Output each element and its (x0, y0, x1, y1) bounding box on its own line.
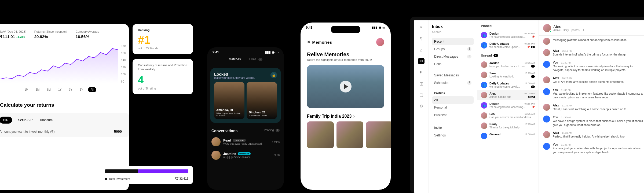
nav-groups[interactable]: Groups 1 (432, 45, 474, 53)
tab-likes[interactable]: Likes 4 (249, 57, 262, 63)
conv-name: Jordan (489, 61, 499, 65)
home-icon[interactable]: ⌂ (418, 47, 425, 53)
conversation-item[interactable]: Jordan10:25 AM have you had a chance to … (477, 60, 539, 70)
projects-icon[interactable]: PI (418, 69, 425, 76)
lock-icon[interactable]: 🔒 (270, 72, 277, 78)
legend-dot (105, 178, 107, 180)
archive-icon[interactable]: ▢ (418, 92, 425, 98)
section-title[interactable]: Family Trip India 2023 › (301, 108, 391, 121)
profile-card[interactable]: Amanda, 20 What is your favorite time of… (214, 82, 244, 119)
range-1y[interactable]: 1Y (56, 87, 64, 92)
conv-name: Jasmine (223, 152, 236, 156)
profile-name: Binghan, 21 (249, 111, 275, 114)
calculate-heading: Calculate your returns (0, 102, 129, 113)
profile-meta: Mountain or Ocean (249, 114, 275, 117)
consistency-value: 4 (138, 74, 188, 86)
top-tabs: Matches Likes 4 (207, 56, 284, 66)
invest-value[interactable]: 5000 (114, 129, 122, 133)
chat-panel: Alex Active · Daily Updates, +1 messagin… (539, 20, 644, 193)
status-pill: Your Turn (233, 139, 246, 142)
wifi-icon: ◉ (379, 26, 381, 29)
msg-text: Sounds interesting! What's the primary f… (553, 53, 643, 57)
conversation-item[interactable]: 👥 Daily Updates07:15 PM we need to come … (477, 40, 539, 50)
conversation-item[interactable]: Leo10:25 AM Can you confirm the email ad… (477, 110, 539, 121)
msg-author: You (553, 143, 558, 146)
returns-label: Returns (Since Inception) (34, 30, 68, 33)
ytick: 140 (121, 59, 126, 62)
conversation-row[interactable]: Jasmine Unlocked ıı|ı·|ıı|·ı|ıı Voice an… (207, 149, 284, 162)
conversation-item[interactable]: Alex08:00 PM Joined 5 mins agoNEW (477, 90, 539, 100)
status-pill: Unlocked (238, 152, 251, 155)
pending-label[interactable]: Pending 1 (264, 129, 280, 133)
msg-author-row: Alex · 10:25 AM (553, 76, 643, 80)
range-3m[interactable]: 3M (33, 87, 42, 92)
conv-name: Alex (489, 92, 496, 95)
conv-time: 10:25 AM (525, 72, 535, 75)
msg-time: · 11:30 AM (560, 89, 571, 91)
app-logo-icon[interactable]: ✴ (418, 24, 425, 31)
brand-logo[interactable]: ✕ Memories (307, 40, 332, 44)
user-avatar[interactable] (376, 38, 384, 46)
nav-badge: 1 (467, 81, 471, 85)
profile-card[interactable]: Binghan, 21 Mountain or Ocean (247, 82, 277, 119)
signal-icon: ▮▮▮ (372, 26, 378, 29)
conv-preview: ıı|ı·|ıı|·ı|ıı Voice answer. (223, 156, 272, 159)
conv-time: 08:00 PM (524, 92, 535, 95)
total-investment-card: Total Investment ₹7,32,612 (100, 161, 193, 184)
nav-saved[interactable]: Saved Messages (432, 72, 474, 79)
conversation-item[interactable]: 👥 Design07:15 PM I'm having trouble acce… (477, 30, 539, 40)
range-all[interactable]: All (88, 87, 96, 92)
conv-preview: we need to come up wit... (489, 85, 520, 88)
nav-dms[interactable]: Direct Messages 3 (432, 53, 474, 60)
nav-recent[interactable]: Recent (432, 38, 474, 45)
conversation-item[interactable]: 👥 Daily Updates11:30 AM we need to come … (477, 80, 539, 90)
photo-thumbnail[interactable] (336, 121, 363, 148)
nav-invite[interactable]: Invite (432, 124, 474, 132)
profile-personal[interactable]: Personal (432, 104, 474, 111)
conversation-item[interactable]: Emily10:25 AM Thanks for the quick help (477, 121, 539, 131)
range-5y[interactable]: 5Y (77, 87, 86, 92)
page-subtitle: Relive the highlights of your memories f… (301, 58, 391, 65)
profile-all[interactable]: All (432, 96, 474, 104)
nav-calls[interactable]: Calls (432, 60, 474, 68)
search-icon[interactable]: ⚲ (418, 35, 425, 42)
nav-scheduled[interactable]: Scheduled 1 (432, 79, 474, 87)
msg-author-row: Alex · 11:32 AM (553, 104, 643, 107)
highlight-video[interactable] (307, 65, 384, 108)
tab-setup-sip[interactable]: Setup SIP (18, 118, 32, 122)
play-icon[interactable] (340, 81, 352, 92)
ranking-label: Ranking (138, 28, 188, 32)
nav-settings[interactable]: Settings (432, 132, 474, 139)
likes-count: 4 (258, 58, 262, 61)
avg-label: Category Average (76, 30, 99, 33)
locked-subtitle: Make your move, they are waiting. (214, 76, 255, 79)
tab-sip[interactable]: SIP (0, 117, 12, 124)
tab-matches[interactable]: Matches (229, 57, 241, 63)
conversation-row[interactable]: Pearl Your Turn Wow that was really unex… (207, 135, 284, 149)
chat-message: messaging platform aimed at enhancing te… (539, 36, 644, 47)
photo-thumbnail[interactable] (366, 121, 391, 148)
inbox-icon[interactable]: ✉ (418, 58, 425, 64)
ytick: 120 (121, 66, 126, 69)
msg-avatar (543, 116, 550, 123)
search-input[interactable]: Search (432, 30, 474, 34)
memories-phone: 9:41 ▮▮▮ ◉ ▭ ✕ Memories Relive Memories … (297, 19, 394, 193)
conversation-item[interactable]: Sam10:25 AM Looking forward to it.1 (477, 70, 539, 80)
msg-text: We have a design system in place that ou… (553, 119, 643, 127)
profile-business[interactable]: Business (432, 111, 474, 119)
conversation-item[interactable]: General11:30 AM (477, 131, 539, 141)
chat-avatar[interactable] (543, 24, 551, 32)
range-3y[interactable]: 3Y (66, 87, 75, 92)
range-6m[interactable]: 6M (44, 87, 53, 92)
profile-name: Amanda, 20 (216, 108, 242, 112)
pending-text: Pending (264, 129, 274, 132)
range-1m[interactable]: 1M (22, 87, 31, 92)
nav-label: Calls (434, 62, 441, 66)
tab-lumpsum[interactable]: Lumpsum (38, 118, 53, 122)
msg-author-row: You · 11:33AM (553, 116, 643, 119)
bookmark-icon[interactable]: ◫ (418, 80, 425, 87)
photo-thumbnail[interactable] (307, 121, 334, 148)
settings-icon[interactable]: ⚙ (418, 103, 425, 109)
chat-sub: Active · Daily Updates, +1 (553, 29, 584, 32)
conversation-item[interactable]: 👥 Design07:15 PM I'm having trouble acce… (477, 100, 539, 110)
